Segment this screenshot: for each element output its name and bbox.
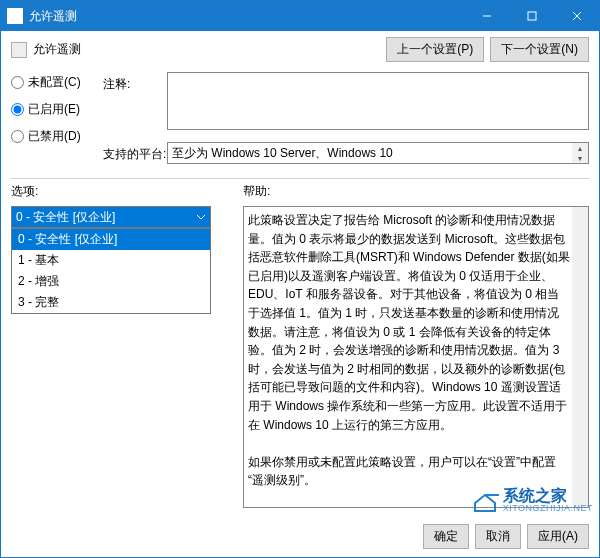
window-icon — [7, 8, 23, 24]
options-label: 选项: — [11, 183, 243, 200]
dropdown-option-0[interactable]: 0 - 安全性 [仅企业] — [12, 229, 210, 250]
cancel-button[interactable]: 取消 — [475, 524, 521, 549]
radio-enabled-label: 已启用(E) — [28, 101, 80, 118]
next-setting-button[interactable]: 下一个设置(N) — [490, 37, 589, 62]
close-icon — [572, 11, 582, 21]
radio-disabled-label: 已禁用(D) — [28, 128, 81, 145]
ok-button[interactable]: 确定 — [423, 524, 469, 549]
radio-not-configured-label: 未配置(C) — [28, 74, 81, 91]
close-button[interactable] — [554, 1, 599, 31]
telemetry-level-dropdown: 0 - 安全性 [仅企业] 1 - 基本 2 - 增强 3 - 完整 — [11, 228, 211, 314]
supported-platform-value: 至少为 Windows 10 Server、Windows 10 ▴ ▾ — [167, 142, 589, 164]
comment-input[interactable] — [167, 72, 589, 130]
radio-disabled-input[interactable] — [11, 130, 24, 143]
minimize-button[interactable] — [464, 1, 509, 31]
supported-platform-label: 支持的平台: — [103, 142, 167, 163]
state-radio-group: 未配置(C) 已启用(E) 已禁用(D) — [11, 72, 103, 172]
help-scrollbar[interactable] — [572, 207, 588, 507]
supported-platform-text: 至少为 Windows 10 Server、Windows 10 — [172, 145, 393, 162]
svg-rect-1 — [528, 12, 536, 20]
combobox-selected-text: 0 - 安全性 [仅企业] — [16, 209, 115, 226]
window-title: 允许遥测 — [29, 8, 464, 25]
dropdown-option-2[interactable]: 2 - 增强 — [12, 271, 210, 292]
policy-icon — [11, 42, 27, 58]
dropdown-option-3[interactable]: 3 - 完整 — [12, 292, 210, 313]
telemetry-level-combobox[interactable]: 0 - 安全性 [仅企业] — [11, 206, 211, 228]
chevron-down-icon — [196, 211, 206, 225]
scroll-down-icon: ▾ — [572, 153, 588, 163]
titlebar: 允许遥测 — [1, 1, 599, 31]
radio-enabled-input[interactable] — [11, 103, 24, 116]
dialog-button-bar: 确定 取消 应用(A) — [1, 516, 599, 557]
help-text-box: 此策略设置决定了报告给 Microsoft 的诊断和使用情况数据量。值为 0 表… — [243, 206, 589, 508]
help-label: 帮助: — [243, 183, 589, 200]
minimize-icon — [482, 11, 492, 21]
platform-scrollbar[interactable]: ▴ ▾ — [572, 143, 588, 163]
dropdown-option-1[interactable]: 1 - 基本 — [12, 250, 210, 271]
divider — [11, 178, 589, 179]
radio-disabled[interactable]: 已禁用(D) — [11, 128, 103, 145]
policy-subtitle: 允许遥测 — [33, 41, 386, 58]
maximize-button[interactable] — [509, 1, 554, 31]
maximize-icon — [527, 11, 537, 21]
comment-label: 注释: — [103, 72, 167, 93]
previous-setting-button[interactable]: 上一个设置(P) — [386, 37, 484, 62]
help-paragraph-2: 如果你禁用或未配置此策略设置，用户可以在“设置”中配置“遥测级别”。 — [248, 453, 570, 490]
policy-editor-window: 允许遥测 允许遥测 上一个设置(P) 下一个设置(N) — [0, 0, 600, 558]
radio-not-configured[interactable]: 未配置(C) — [11, 74, 103, 91]
help-paragraph-1: 此策略设置决定了报告给 Microsoft 的诊断和使用情况数据量。值为 0 表… — [248, 211, 570, 434]
radio-not-configured-input[interactable] — [11, 76, 24, 89]
apply-button[interactable]: 应用(A) — [527, 524, 589, 549]
scroll-up-icon: ▴ — [572, 143, 588, 153]
radio-enabled[interactable]: 已启用(E) — [11, 101, 103, 118]
